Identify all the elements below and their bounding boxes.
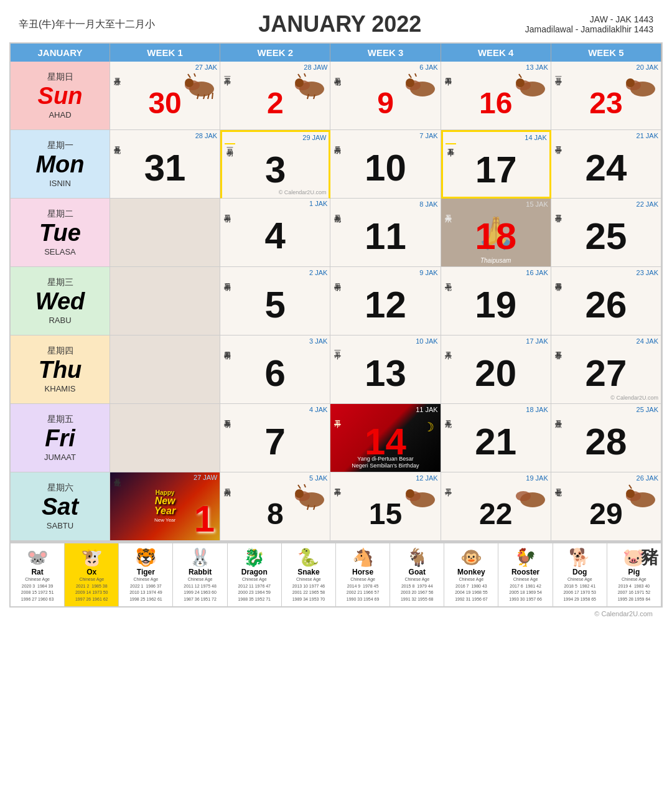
svg-point-2 <box>185 78 194 87</box>
day-my-fri: JUMAAT <box>44 453 76 462</box>
col-header-week3: WEEK 3 <box>330 44 441 62</box>
zodiac-tiger-name: Tiger <box>120 568 171 576</box>
day-saturday: 星期六 Sat SABTU <box>11 472 110 541</box>
zodiac-goat-data: Chinese Age2015 8 1979 442003 20 1967 56… <box>391 576 442 603</box>
zodiac-tiger-data: Chinese Age2022 1 1986 372010 13 1974 49… <box>120 576 171 603</box>
zodiac-rooster-icon: 🐓 <box>500 547 551 568</box>
cal-tue-w3: 8 JAK 十二月初九 11 <box>330 199 441 267</box>
cal-tue-w2: 1 JAK 十二月初二 4 <box>220 199 330 267</box>
svg-point-42 <box>626 489 635 498</box>
cal-sun-w1: 27 JAK 十二月廿八 30 <box>110 62 220 130</box>
col-header-week5: WEEK 5 <box>551 44 661 62</box>
zodiac-rooster-name: Rooster <box>500 568 551 576</box>
zodiac-dog-data: Chinese Age2018 5 1982 412006 17 1970 53… <box>554 576 605 603</box>
svg-point-30 <box>295 489 304 498</box>
cal-thu-w1 <box>110 336 220 404</box>
day-monday: 星期一 Mon ISNIN <box>11 130 110 199</box>
cal-wed-w1 <box>110 267 220 336</box>
cal-wed-w3: 9 JAK 十二月初十 12 <box>330 267 441 336</box>
zodiac-goat-name: Goat <box>391 568 442 576</box>
day-cn-sun: 星期日 <box>47 72 73 83</box>
cal-wed-w5: 23 JAK 十二月廿四 26 <box>551 267 661 336</box>
zodiac-snake-data: Chinese Age2013 10 1977 462001 22 1965 5… <box>283 576 334 603</box>
day-en-thu: Thu <box>39 358 82 382</box>
zodiac-dragon-name: Dragon <box>229 568 280 576</box>
zodiac-horse-icon: 🐴 <box>337 547 388 568</box>
svg-line-43 <box>629 485 632 489</box>
day-en-mon: Mon <box>35 152 84 176</box>
cal-thu-w4: 17 JAK 十二月十八 20 <box>441 336 551 404</box>
zodiac-rooster-data: Chinese Age2017 6 1981 422005 18 1969 54… <box>500 576 551 603</box>
cal-sat-w5: 26 JAK 十二月廿七 29 <box>551 472 661 541</box>
cal-tue-w4-thaipusam: 15 JAK 十二月十六 🙏 18 Thaipusam <box>441 199 551 267</box>
zodiac-goat-icon: 🐐 <box>391 547 442 568</box>
day-my-sun: AHAD <box>49 110 71 120</box>
svg-line-19 <box>409 74 411 78</box>
cal-sat-w2: 5 JAK 十二月初六 8 <box>220 472 330 541</box>
cal-sat-w1-newyear: 十二月廿九 Happy New Year New Year 27 JAW 1 <box>110 472 220 541</box>
cal-mon-w4: 14 JAK 十二月十五 17 <box>441 130 551 199</box>
zodiac-ox: 🐮 Ox Chinese Age2021 2 1985 382009 14 19… <box>65 543 119 606</box>
day-my-mon: ISNIN <box>49 179 71 188</box>
day-cn-fri: 星期五 <box>47 414 73 425</box>
cal-thu-w2: 3 JAK 十二月初四 6 <box>220 336 330 404</box>
zodiac-monkey-data: Chinese Age2016 7 1980 432004 19 1968 55… <box>446 576 497 603</box>
zodiac-goat: 🐐 Goat Chinese Age2015 8 1979 442003 20 … <box>390 543 444 606</box>
zodiac-rat: 🐭 Rat Chinese Age2020 3 1984 392008 15 1… <box>11 543 65 606</box>
svg-point-37 <box>406 489 414 498</box>
zodiac-horse-name: Horse <box>337 568 388 576</box>
col-header-january: JANUARY <box>11 44 110 62</box>
day-cn-thu: 星期四 <box>47 345 73 357</box>
cal-tue-w1 <box>110 199 220 267</box>
zodiac-rat-data: Chinese Age2020 3 1984 392008 15 1972 51… <box>12 576 63 603</box>
svg-point-11 <box>295 78 304 87</box>
svg-point-39 <box>516 491 531 501</box>
day-cn-mon: 星期一 <box>47 140 73 151</box>
svg-point-27 <box>626 78 635 87</box>
zodiac-rabbit-name: Rabbit <box>174 568 225 576</box>
cal-wed-w4: 16 JAK 十二月十七 19 <box>441 267 551 336</box>
zodiac-horse-data: Chinese Age2014 9 1978 452002 21 1966 57… <box>337 576 388 603</box>
svg-line-32 <box>304 484 306 487</box>
day-en-sat: Sat <box>42 495 78 518</box>
zodiac-monkey-icon: 🐵 <box>446 547 497 568</box>
day-tuesday: 星期二 Tue SELASA <box>11 199 110 267</box>
svg-line-8 <box>212 93 213 99</box>
zodiac-rabbit: 🐰 Rabbit Chinese Age2011 12 1975 481999 … <box>173 543 227 606</box>
svg-line-24 <box>519 74 521 78</box>
cal-tue-w5: 22 JAK 十二月廿三 25 <box>551 199 661 267</box>
day-en-sun: Sun <box>38 84 83 108</box>
day-wednesday: 星期三 Wed RABU <box>11 267 110 336</box>
footer-copyright: © Calendar2U.com <box>9 608 663 620</box>
zodiac-ox-name: Ox <box>66 568 117 576</box>
day-my-sat: SABTU <box>47 521 73 530</box>
day-my-thu: KHAMIS <box>45 384 76 393</box>
cal-mon-w3: 7 JAK 十二月初八 10 <box>330 130 441 199</box>
cal-mon-w2: 29 JAW 十二月初一 3 © Calendar2U.com <box>220 130 330 199</box>
zodiac-tiger: 🐯 Tiger Chinese Age2022 1 1986 372010 13… <box>119 543 173 606</box>
zodiac-rat-name: Rat <box>12 568 63 576</box>
cal-fri-w3-ydp: 11 JAK 十二月十二 ☽ 14 Yang di-Pertuan BesarN… <box>330 404 441 472</box>
subtitle-cn: 辛丑(牛)年十一月大至十二月小 <box>19 18 155 31</box>
cal-sat-w3: 12 JAK 十二月二十三 15 <box>330 472 441 541</box>
zodiac-dog-icon: 🐕 <box>554 547 605 568</box>
day-en-fri: Fri <box>45 426 75 450</box>
svg-line-31 <box>298 485 301 489</box>
svg-point-18 <box>406 78 414 87</box>
day-cn-tue: 星期二 <box>47 209 73 220</box>
col-header-week4: WEEK 4 <box>441 44 551 62</box>
col-header-week1: WEEK 1 <box>110 44 220 62</box>
cal-mon-w1: 28 JAK 十二月廿九 31 <box>110 130 220 199</box>
cal-mon-w5: 21 JAK 十二月廿二 24 <box>551 130 661 199</box>
day-en-wed: Wed <box>35 289 85 313</box>
day-en-tue: Tue <box>39 221 81 245</box>
zodiac-rabbit-data: Chinese Age2011 12 1975 481999 24 1963 6… <box>174 576 225 603</box>
svg-line-13 <box>304 73 306 77</box>
svg-line-12 <box>298 74 301 78</box>
svg-point-23 <box>516 78 525 87</box>
svg-line-4 <box>194 73 195 77</box>
svg-line-20 <box>415 73 416 77</box>
svg-line-3 <box>188 74 190 78</box>
zodiac-monkey-name: Monkey <box>446 568 497 576</box>
zodiac-rooster: 🐓 Rooster Chinese Age2017 6 1981 422005 … <box>498 543 553 606</box>
